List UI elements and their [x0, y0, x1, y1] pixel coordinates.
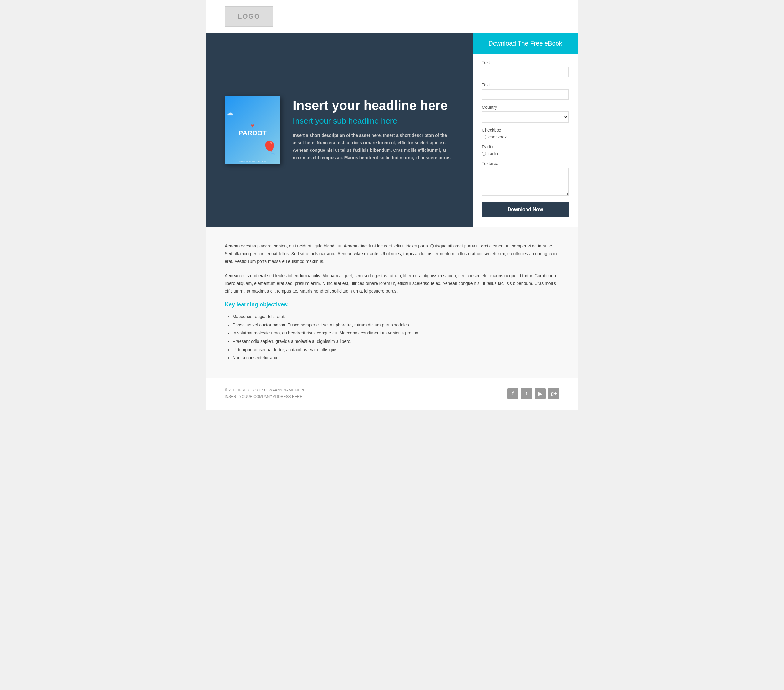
checkbox-item-label: checkbox: [488, 135, 507, 140]
list-item: Maecenas feugiat felis erat.: [232, 312, 559, 321]
header: LOGO: [206, 0, 578, 33]
form-group-country: Country United States United Kingdom Can…: [482, 105, 569, 123]
textarea-label: Textarea: [482, 161, 569, 166]
footer-address: INSERT YOUUR COMPANY ADDRESS HERE: [225, 394, 306, 401]
main-para1: Aenean egestas placerat sapien, eu tinci…: [225, 242, 559, 266]
objectives-title: Key learning objectives:: [225, 301, 559, 308]
hero-headline: Insert your headline here: [293, 98, 454, 113]
text2-label: Text: [482, 82, 569, 87]
download-button[interactable]: Download Now: [482, 202, 569, 217]
sidebar-header: Download The Free eBook: [473, 33, 578, 54]
balloon-icon: 🎈: [262, 140, 277, 155]
text2-input[interactable]: [482, 89, 569, 100]
checkbox-section-label: Checkbox: [482, 128, 569, 133]
hero-text: Insert your headline here Insert your su…: [293, 98, 454, 161]
hero-subheadline: Insert your sub headline here: [293, 116, 454, 126]
book-heart-icon: ♥: [251, 123, 254, 129]
hero-description: Insert a short description of the asset …: [293, 132, 454, 161]
footer-copyright: © 2017 INSERT YOUR COMPANY NAME HERE: [225, 387, 306, 394]
checkbox-input[interactable]: [482, 135, 486, 139]
form-group-checkbox: Checkbox checkbox: [482, 128, 569, 140]
radio-item-label: radio: [488, 151, 498, 156]
twitter-icon[interactable]: t: [521, 388, 532, 399]
objectives-list: Maecenas feugiat felis erat. Phasellus v…: [225, 312, 559, 362]
hero-section: ☁ ♥ PARDOT 🎈 WWW.JENNAMOLBY.COM Insert y…: [206, 33, 578, 227]
list-item: Nam a consectetur arcu.: [232, 354, 559, 362]
hero-content: ☁ ♥ PARDOT 🎈 WWW.JENNAMOLBY.COM Insert y…: [206, 33, 473, 227]
text1-label: Text: [482, 60, 569, 65]
book-url: WWW.JENNAMOLBY.COM: [239, 160, 266, 163]
youtube-icon[interactable]: ▶: [535, 388, 546, 399]
textarea-input[interactable]: [482, 168, 569, 196]
form-group-radio: Radio radio: [482, 144, 569, 156]
list-item: In volutpat molestie urna, eu hendrerit …: [232, 329, 559, 337]
sidebar-title: Download The Free eBook: [482, 40, 569, 47]
radio-section-label: Radio: [482, 144, 569, 149]
main-content: Aenean egestas placerat sapien, eu tinci…: [206, 227, 578, 378]
form-group-text2: Text: [482, 82, 569, 100]
logo: LOGO: [225, 6, 273, 26]
text1-input[interactable]: [482, 67, 569, 77]
form-group-textarea: Textarea: [482, 161, 569, 197]
main-para2: Aenean euismod erat sed lectus bibendum …: [225, 272, 559, 296]
radio-input[interactable]: [482, 152, 486, 156]
social-icons: f t ▶ g+: [507, 388, 559, 399]
form-group-text1: Text: [482, 60, 569, 77]
country-label: Country: [482, 105, 569, 110]
list-item: Praesent odio sapien, gravida a molestie…: [232, 337, 559, 346]
country-select[interactable]: United States United Kingdom Canada: [482, 112, 569, 123]
footer-left: © 2017 INSERT YOUR COMPANY NAME HERE INS…: [225, 387, 306, 401]
form-body: Text Text Country United States United K…: [473, 54, 578, 227]
cloud-decoration: ☁: [226, 108, 234, 117]
list-item: Ut tempor consequat tortor, ac dapibus e…: [232, 346, 559, 354]
sidebar-form: Download The Free eBook Text Text Countr…: [473, 33, 578, 227]
facebook-icon[interactable]: f: [507, 388, 519, 399]
book-cover: ☁ ♥ PARDOT 🎈 WWW.JENNAMOLBY.COM: [225, 96, 280, 164]
content-area: Aenean egestas placerat sapien, eu tinci…: [225, 242, 559, 362]
footer: © 2017 INSERT YOUR COMPANY NAME HERE INS…: [206, 378, 578, 410]
googleplus-icon[interactable]: g+: [548, 388, 559, 399]
list-item: Phasellus vel auctor massa. Fusce semper…: [232, 321, 559, 329]
book-title: PARDOT: [238, 129, 267, 137]
